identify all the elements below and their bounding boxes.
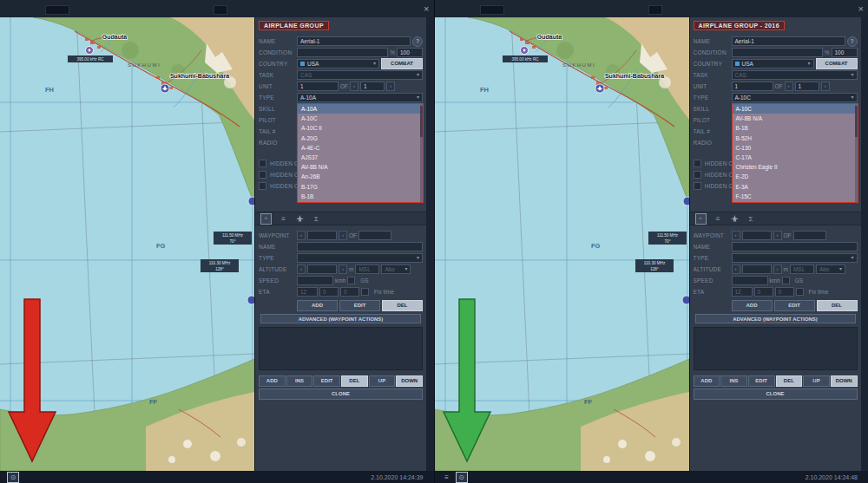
waypoint-type-select[interactable]: ▾ — [732, 253, 858, 263]
hidden-checkbox[interactable] — [694, 182, 701, 190]
eta-hours-input[interactable]: 12 — [297, 287, 318, 297]
advanced-actions-button[interactable]: ADVANCED (WAYPOINT ACTIONS) — [260, 314, 421, 323]
group-ins-button[interactable]: INS — [720, 375, 747, 387]
hidden-checkbox[interactable] — [694, 160, 701, 167]
sum-icon[interactable]: Σ — [312, 214, 321, 224]
country-select[interactable]: USA ▾ — [297, 59, 379, 69]
waypoint-prev-button[interactable]: ‹ — [732, 231, 740, 240]
type-option[interactable]: AV-8B N/A — [298, 162, 423, 172]
altitude-input[interactable] — [742, 264, 772, 274]
type-option[interactable]: An-26B — [298, 172, 423, 181]
map-view[interactable] — [0, 17, 254, 471]
group-down-button[interactable]: DOWN — [831, 375, 858, 387]
speed-input[interactable] — [732, 276, 768, 285]
advanced-actions-button[interactable]: ADVANCED (WAYPOINT ACTIONS) — [695, 314, 856, 323]
combat-button[interactable]: COMBAT — [816, 58, 858, 69]
eta-hours-input[interactable]: 12 — [732, 287, 753, 297]
unit-decrement-button[interactable]: ‹ — [785, 82, 793, 91]
combat-button[interactable]: COMBAT — [381, 58, 423, 69]
type-option[interactable]: A-10C — [298, 114, 423, 123]
type-option[interactable]: AV-8B N/A — [733, 114, 858, 123]
type-option[interactable]: B-1B — [733, 123, 858, 133]
type-option[interactable]: A-10C — [733, 104, 858, 114]
unit-total-input[interactable]: 1 — [360, 82, 385, 91]
waypoint-edit-button[interactable]: EDIT — [339, 300, 380, 311]
columns-icon[interactable]: ≡ — [713, 214, 723, 224]
hidden-checkbox[interactable] — [694, 171, 701, 179]
help-button[interactable]: ? — [412, 36, 423, 47]
altitude-input[interactable] — [307, 264, 337, 274]
altitude-increment-button[interactable]: › — [773, 264, 782, 274]
help-button[interactable]: ? — [847, 36, 858, 47]
type-option[interactable]: B-1B — [298, 192, 423, 201]
type-option[interactable]: AJS37 — [298, 153, 423, 162]
waypoint-type-select[interactable]: ▾ — [297, 253, 423, 263]
close-icon[interactable]: × — [858, 3, 864, 15]
eta-minutes-input[interactable]: 0 — [319, 287, 339, 297]
type-option[interactable]: A-20G — [298, 134, 423, 143]
altitude-ref2-select[interactable]: Abo▾ — [816, 264, 845, 274]
hidden-checkbox[interactable] — [259, 182, 266, 190]
type-option[interactable]: A-10A — [298, 104, 423, 114]
map-view[interactable] — [435, 17, 689, 471]
type-option[interactable]: F-15C — [733, 192, 858, 201]
waypoint-list[interactable] — [694, 327, 858, 370]
compass-icon[interactable]: ⊙ — [456, 472, 468, 483]
condition-value-input[interactable]: 100 — [397, 48, 423, 57]
type-option[interactable]: C-130 — [733, 143, 858, 153]
waypoint-name-input[interactable] — [297, 242, 423, 251]
condition-input[interactable] — [732, 48, 823, 57]
type-option[interactable]: B-52H — [733, 134, 858, 143]
type-option[interactable]: C-17A — [733, 153, 858, 162]
sliders-icon[interactable]: ≡ — [442, 473, 452, 482]
altitude-decrement-button[interactable]: ‹ — [732, 264, 740, 274]
type-select[interactable]: A-10A ▾ — [297, 93, 423, 102]
waypoint-next-button[interactable]: › — [773, 231, 782, 240]
unit-count-input[interactable]: 1 — [732, 82, 773, 91]
gs-checkbox[interactable] — [347, 277, 355, 284]
altitude-ref-select[interactable]: MSL — [355, 264, 379, 274]
group-add-button[interactable]: ADD — [694, 375, 720, 387]
waypoint-prev-button[interactable]: ‹ — [297, 231, 306, 240]
group-edit-button[interactable]: EDIT — [313, 375, 340, 387]
unit-decrement-button[interactable]: ‹ — [350, 82, 358, 91]
type-option[interactable]: E-2D — [733, 172, 858, 181]
speed-input[interactable] — [297, 276, 333, 285]
waypoint-add-button[interactable]: ADD — [297, 300, 338, 311]
fix-time-checkbox[interactable] — [361, 288, 369, 296]
altitude-decrement-button[interactable]: ‹ — [297, 264, 306, 274]
eta-seconds-input[interactable]: 0 — [775, 287, 794, 297]
hidden-checkbox[interactable] — [259, 160, 266, 167]
columns-icon[interactable]: ≡ — [279, 214, 288, 224]
condition-value-input[interactable]: 100 — [832, 48, 858, 57]
type-select[interactable]: A-10C ▾ — [732, 93, 858, 102]
fix-time-checkbox[interactable] — [796, 288, 804, 296]
unit-increment-button[interactable]: › — [386, 82, 395, 91]
close-icon[interactable]: × — [424, 3, 429, 15]
dropdown-scrollbar[interactable] — [855, 104, 858, 202]
type-option[interactable]: B-17G — [298, 182, 423, 192]
dropdown-scrollbar[interactable] — [420, 104, 423, 202]
group-del-button[interactable]: DEL — [341, 375, 368, 387]
altitude-ref2-select[interactable]: Abo▾ — [381, 264, 411, 274]
group-up-button[interactable]: UP — [369, 375, 396, 387]
group-up-button[interactable]: UP — [803, 375, 830, 387]
group-name-input[interactable]: Aerial-1 — [297, 36, 411, 46]
gs-checkbox[interactable] — [782, 277, 790, 284]
group-ins-button[interactable]: INS — [286, 375, 313, 387]
waypoint-index-input[interactable] — [307, 231, 337, 240]
group-edit-button[interactable]: EDIT — [748, 375, 775, 387]
group-del-button[interactable]: DEL — [776, 375, 803, 387]
unit-increment-button[interactable]: › — [821, 82, 830, 91]
type-option[interactable]: A-4E-C — [298, 143, 423, 153]
condition-input[interactable] — [297, 48, 388, 57]
route-icon[interactable]: ^ — [260, 213, 272, 225]
hidden-checkbox[interactable] — [259, 171, 266, 179]
aircraft-type-dropdown[interactable]: A-10A A-10C A-10C II A-20G A-4E-C AJS37 … — [297, 103, 424, 203]
waypoint-del-button[interactable]: DEL — [382, 300, 423, 311]
group-add-button[interactable]: ADD — [259, 375, 286, 387]
waypoint-name-input[interactable] — [732, 242, 858, 251]
task-select[interactable]: CAS ▾ — [732, 70, 858, 80]
waypoint-edit-button[interactable]: EDIT — [774, 300, 815, 311]
waypoint-index-input[interactable] — [742, 231, 772, 240]
